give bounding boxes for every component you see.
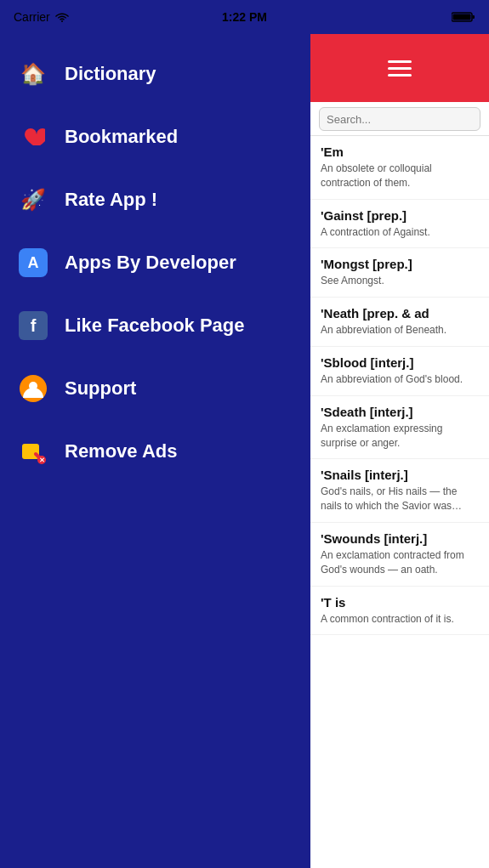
- sidebar-label-facebook: Like Facebook Page: [65, 315, 245, 337]
- house-icon: 🏠: [17, 58, 49, 90]
- word-desc: An obsolete or colloquial contraction of…: [321, 162, 480, 190]
- sidebar-item-remove-ads[interactable]: ✕ Remove Ads: [0, 420, 310, 483]
- sidebar-label-remove-ads: Remove Ads: [65, 440, 177, 462]
- list-item[interactable]: 'T isA common contraction of it is.: [310, 587, 489, 636]
- sidebar-label-dictionary: Dictionary: [65, 63, 156, 85]
- list-item[interactable]: 'Sblood [interj.]An abbreviation of God'…: [310, 347, 489, 396]
- rocket-icon: 🚀: [17, 184, 49, 216]
- status-bar: Carrier 1:22 PM: [0, 0, 489, 34]
- app-container: 🏠 Dictionary Bookmarked 🚀 Rate App ! A A…: [0, 34, 489, 868]
- search-bar: [310, 102, 489, 136]
- battery-icon: [452, 11, 475, 23]
- svg-rect-2: [473, 15, 475, 19]
- status-time: 1:22 PM: [222, 10, 267, 24]
- list-item[interactable]: 'EmAn obsolete or colloquial contraction…: [310, 136, 489, 200]
- sidebar-label-apps-developer: Apps By Developer: [65, 252, 236, 274]
- word-desc: An exclamation contracted from God's wou…: [321, 548, 480, 577]
- support-icon: [17, 372, 49, 405]
- sidebar-item-dictionary[interactable]: 🏠 Dictionary: [0, 43, 310, 105]
- list-item[interactable]: 'Snails [interj.]God's nails, or His nai…: [310, 459, 489, 523]
- word-title: 'Mongst [prep.]: [321, 257, 480, 271]
- svg-rect-3: [453, 14, 471, 20]
- word-title: 'Snails [interj.]: [321, 468, 480, 482]
- battery-indicator: [452, 11, 475, 23]
- bookmark-icon: [17, 121, 49, 153]
- word-title: 'Sblood [interj.]: [321, 355, 480, 370]
- word-desc: See Amongst.: [321, 274, 480, 288]
- sidebar-item-apps-developer[interactable]: A Apps By Developer: [0, 231, 310, 294]
- word-title: 'T is: [321, 595, 480, 610]
- right-header: [310, 34, 489, 102]
- list-item[interactable]: 'Swounds [interj.]An exclamation contrac…: [310, 523, 489, 587]
- app-store-icon: A: [17, 247, 49, 279]
- svg-point-0: [61, 20, 63, 22]
- tag-icon: ✕: [17, 435, 49, 468]
- word-desc: A common contraction of it is.: [321, 612, 480, 627]
- sidebar-label-rate-app: Rate App !: [65, 189, 157, 211]
- sidebar-item-bookmarked[interactable]: Bookmarked: [0, 105, 310, 168]
- list-item[interactable]: 'Gainst [prep.]A contraction of Against.: [310, 200, 489, 249]
- hamburger-line-1: [388, 60, 412, 63]
- facebook-icon: f: [17, 309, 49, 342]
- right-panel: 'EmAn obsolete or colloquial contraction…: [310, 34, 489, 868]
- word-desc: An exclamation expressing surprise or an…: [321, 422, 480, 451]
- word-title: 'Em: [321, 145, 480, 159]
- word-desc: God's nails, or His nails — the nails to…: [321, 485, 480, 513]
- carrier-wifi: Carrier: [14, 10, 69, 24]
- list-item[interactable]: 'Sdeath [interj.]An exclamation expressi…: [310, 396, 489, 460]
- sidebar: 🏠 Dictionary Bookmarked 🚀 Rate App ! A A…: [0, 34, 310, 868]
- word-title: 'Gainst [prep.]: [321, 208, 480, 223]
- sidebar-item-rate-app[interactable]: 🚀 Rate App !: [0, 168, 310, 231]
- list-item[interactable]: 'Neath [prep. & adAn abbreviation of Ben…: [310, 298, 489, 347]
- svg-text:✕: ✕: [39, 457, 45, 464]
- word-title: 'Neath [prep. & ad: [321, 306, 480, 321]
- sidebar-item-facebook[interactable]: f Like Facebook Page: [0, 294, 310, 357]
- word-desc: A contraction of Against.: [321, 225, 480, 240]
- list-item[interactable]: 'Mongst [prep.]See Amongst.: [310, 248, 489, 298]
- sidebar-label-bookmarked: Bookmarked: [65, 126, 178, 148]
- hamburger-line-3: [388, 74, 412, 77]
- hamburger-line-2: [388, 67, 412, 70]
- hamburger-menu[interactable]: [388, 60, 412, 77]
- carrier-label: Carrier: [14, 10, 50, 24]
- word-title: 'Sdeath [interj.]: [321, 405, 480, 419]
- sidebar-label-support: Support: [65, 377, 136, 400]
- word-desc: An abbreviation of God's blood.: [321, 372, 480, 387]
- search-input[interactable]: [319, 107, 480, 131]
- word-title: 'Swounds [interj.]: [321, 531, 480, 546]
- word-list[interactable]: 'EmAn obsolete or colloquial contraction…: [310, 136, 489, 868]
- wifi-icon: [55, 12, 69, 22]
- sidebar-item-support[interactable]: Support: [0, 357, 310, 420]
- word-desc: An abbreviation of Beneath.: [321, 323, 480, 338]
